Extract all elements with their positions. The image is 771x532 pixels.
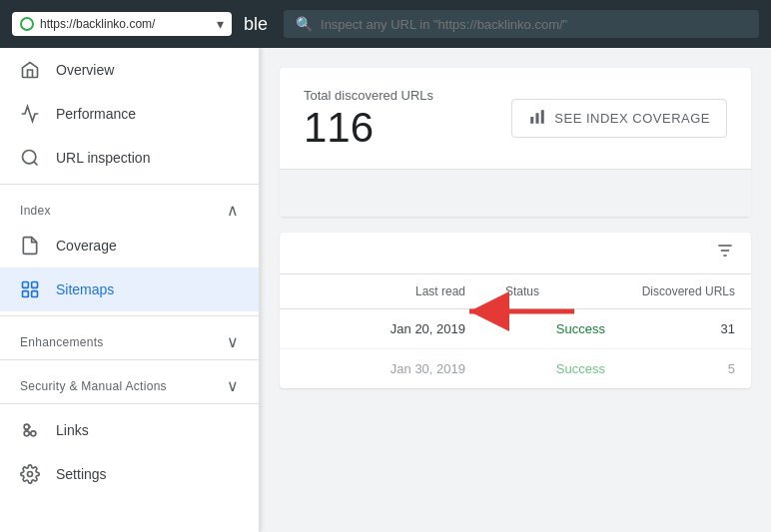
performance-label: Performance — [56, 106, 136, 122]
app-title: ble — [244, 14, 268, 35]
topbar: https://backlinko.com/ ▾ ble 🔍 — [0, 0, 771, 48]
svg-rect-2 — [23, 282, 29, 288]
sidebar-item-sitemaps[interactable]: Sitemaps — [0, 267, 259, 311]
divider-2 — [0, 315, 259, 316]
divider-4 — [0, 403, 259, 404]
search-input[interactable] — [321, 17, 747, 32]
dropdown-icon: ▾ — [217, 16, 224, 32]
table-row[interactable]: Jan 20, 2019 Success 31 — [280, 309, 751, 349]
secure-icon — [20, 17, 34, 31]
performance-icon — [20, 104, 40, 124]
enhancements-chevron-icon: ∨ — [227, 332, 239, 351]
content-area: Total discovered URLs 116 SEE INDEX COVE… — [260, 48, 771, 532]
security-section-header[interactable]: Security & Manual Actions ∨ — [0, 364, 259, 399]
total-discovered-section: Total discovered URLs 116 — [304, 88, 433, 149]
col-lastread-header: Last read — [296, 284, 505, 298]
index-section-header[interactable]: Index ∧ — [0, 189, 259, 224]
svg-point-0 — [23, 151, 36, 164]
links-icon — [20, 420, 40, 440]
overview-label: Overview — [56, 62, 114, 78]
divider-1 — [0, 184, 259, 185]
sidebar-item-settings[interactable]: Settings — [0, 452, 259, 496]
card-top: Total discovered URLs 116 SEE INDEX COVE… — [280, 68, 751, 169]
svg-rect-4 — [23, 291, 29, 297]
main-layout: Overview Performance URL inspection — [0, 48, 771, 532]
search-icon: 🔍 — [296, 16, 313, 32]
total-discovered-number: 116 — [304, 107, 433, 149]
card-gray-row — [280, 169, 751, 217]
enhancements-label: Enhancements — [20, 335, 104, 349]
links-label: Links — [56, 422, 89, 438]
svg-rect-5 — [32, 291, 38, 297]
url-inspection-label: URL inspection — [56, 150, 150, 166]
svg-rect-3 — [32, 282, 38, 288]
svg-point-8 — [24, 431, 29, 436]
sidebar-item-overview[interactable]: Overview — [0, 48, 259, 92]
enhancements-section-header[interactable]: Enhancements ∨ — [0, 320, 259, 355]
table-toolbar — [280, 233, 751, 274]
table-header: Last read Status Discovered URLs — [280, 274, 751, 309]
svg-rect-14 — [536, 113, 539, 124]
svg-point-6 — [24, 424, 29, 429]
svg-rect-13 — [531, 117, 534, 124]
sitemaps-table-card: Last read Status Discovered URLs Jan 20,… — [280, 233, 751, 388]
url-bar[interactable]: https://backlinko.com/ ▾ — [12, 12, 232, 36]
svg-rect-15 — [541, 110, 544, 124]
gear-icon — [20, 464, 40, 484]
sitemaps-label: Sitemaps — [56, 281, 114, 297]
svg-point-7 — [31, 431, 36, 436]
sidebar-item-links[interactable]: Links — [0, 408, 259, 452]
cell-discovered-2: 5 — [605, 361, 735, 376]
svg-line-1 — [34, 162, 38, 166]
index-chevron-icon: ∧ — [227, 201, 239, 220]
settings-label: Settings — [56, 466, 107, 482]
coverage-icon — [20, 236, 40, 256]
cell-status-2: Success — [505, 361, 605, 376]
security-chevron-icon: ∨ — [227, 376, 239, 395]
see-index-button-label: SEE INDEX COVERAGE — [554, 111, 710, 126]
divider-3 — [0, 359, 259, 360]
index-label: Index — [20, 204, 51, 218]
cell-lastread-1: Jan 20, 2019 — [296, 321, 505, 336]
total-discovered-card: Total discovered URLs 116 SEE INDEX COVE… — [280, 68, 751, 217]
coverage-label: Coverage — [56, 238, 117, 254]
home-icon — [20, 60, 40, 80]
content-inner: Total discovered URLs 116 SEE INDEX COVE… — [260, 48, 771, 408]
col-status-header: Status — [505, 284, 605, 298]
url-inspection-icon — [20, 148, 40, 168]
cell-discovered-1: 31 — [605, 321, 735, 336]
search-bar[interactable]: 🔍 — [284, 10, 759, 38]
col-discovered-header: Discovered URLs — [605, 284, 735, 298]
cell-status-1: Success — [505, 321, 605, 336]
total-discovered-label: Total discovered URLs — [304, 88, 433, 103]
see-index-button[interactable]: SEE INDEX COVERAGE — [511, 99, 727, 138]
cell-lastread-2: Jan 30, 2019 — [296, 361, 505, 376]
sidebar: Overview Performance URL inspection — [0, 48, 260, 532]
bar-chart-icon — [528, 108, 546, 129]
url-text: https://backlinko.com/ — [40, 17, 211, 31]
sidebar-item-url-inspection[interactable]: URL inspection — [0, 136, 259, 180]
svg-point-12 — [28, 472, 33, 477]
sitemaps-icon — [20, 279, 40, 299]
security-label: Security & Manual Actions — [20, 379, 167, 393]
filter-icon[interactable] — [715, 241, 735, 266]
sidebar-item-performance[interactable]: Performance — [0, 92, 259, 136]
sidebar-item-coverage[interactable]: Coverage — [0, 224, 259, 267]
table-row[interactable]: Jan 30, 2019 Success 5 — [280, 349, 751, 388]
